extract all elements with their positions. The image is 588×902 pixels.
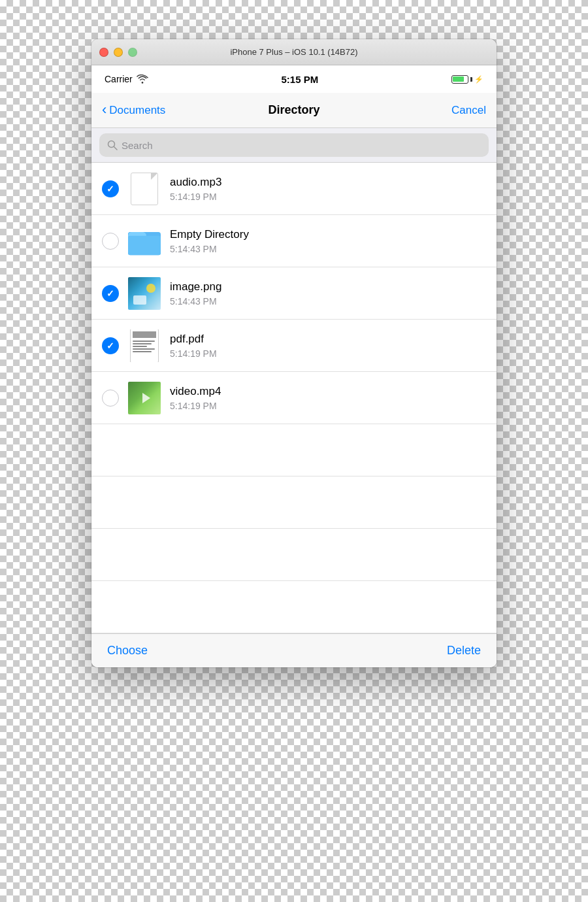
file-time: 5:14:19 PM xyxy=(170,192,486,202)
file-info-audio: audio.mp3 5:14:19 PM xyxy=(170,176,486,202)
file-info-image: image.png 5:14:43 PM xyxy=(170,280,486,307)
empty-row xyxy=(91,424,497,476)
list-item[interactable]: Empty Directory 5:14:43 PM xyxy=(91,215,497,267)
file-thumbnail-video xyxy=(128,382,161,414)
checkmark-icon: ✓ xyxy=(106,184,114,193)
checkmark-icon: ✓ xyxy=(106,341,114,350)
file-info-video: video.mp4 5:14:19 PM xyxy=(170,385,486,411)
file-name: pdf.pdf xyxy=(170,333,486,346)
empty-row xyxy=(91,529,497,581)
checkbox-directory[interactable] xyxy=(102,233,119,250)
video-file-icon xyxy=(128,382,161,414)
nav-title: Directory xyxy=(268,103,319,117)
file-info-pdf: pdf.pdf 5:14:19 PM xyxy=(170,333,486,359)
empty-row xyxy=(91,476,497,529)
list-item[interactable]: ✓ image.png 5:14:43 PM xyxy=(91,267,497,320)
minimize-button[interactable] xyxy=(114,48,123,57)
checkbox-video[interactable] xyxy=(102,390,119,407)
ios-device: Carrier 5:15 PM ⚡ xyxy=(91,65,497,667)
status-right: ⚡ xyxy=(451,75,483,84)
list-item[interactable]: video.mp4 5:14:19 PM xyxy=(91,372,497,424)
file-thumbnail-image xyxy=(128,277,161,310)
status-left: Carrier xyxy=(105,74,148,84)
file-name: video.mp4 xyxy=(170,385,486,398)
bottom-bar: Choose Delete xyxy=(91,633,497,667)
checkbox-audio[interactable]: ✓ xyxy=(102,180,119,197)
image-file-icon xyxy=(128,277,161,310)
status-time: 5:15 PM xyxy=(282,74,319,85)
file-name: Empty Directory xyxy=(170,228,486,241)
file-thumbnail-audio xyxy=(128,173,161,205)
titlebar-buttons xyxy=(99,48,137,57)
battery-tip xyxy=(470,77,472,82)
file-thumbnail-pdf xyxy=(128,329,161,362)
file-time: 5:14:43 PM xyxy=(170,296,486,307)
titlebar: iPhone 7 Plus – iOS 10.1 (14B72) xyxy=(91,39,497,65)
delete-button[interactable]: Delete xyxy=(447,644,481,658)
file-name: audio.mp3 xyxy=(170,176,486,189)
status-bar: Carrier 5:15 PM ⚡ xyxy=(91,65,497,93)
checkbox-pdf[interactable]: ✓ xyxy=(102,337,119,354)
battery-indicator: ⚡ xyxy=(451,75,483,84)
file-time: 5:14:43 PM xyxy=(170,244,486,254)
svg-line-1 xyxy=(114,147,118,150)
carrier-label: Carrier xyxy=(105,74,133,84)
battery-fill xyxy=(453,76,464,82)
maximize-button[interactable] xyxy=(128,48,137,57)
close-button[interactable] xyxy=(99,48,108,57)
file-thumbnail-folder xyxy=(128,225,161,258)
search-container: Search xyxy=(91,128,497,163)
file-time: 5:14:19 PM xyxy=(170,348,486,359)
file-time: 5:14:19 PM xyxy=(170,401,486,411)
titlebar-title: iPhone 7 Plus – iOS 10.1 (14B72) xyxy=(230,47,357,57)
wifi-icon xyxy=(137,75,148,84)
search-placeholder: Search xyxy=(122,140,153,151)
choose-button[interactable]: Choose xyxy=(107,644,148,658)
nav-bar: ‹ Documents Directory Cancel xyxy=(91,93,497,128)
checkmark-icon: ✓ xyxy=(106,289,114,298)
list-item[interactable]: ✓ audio.mp3 5:14:19 PM xyxy=(91,163,497,215)
audio-file-icon xyxy=(131,173,158,205)
file-list: ✓ audio.mp3 5:14:19 PM xyxy=(91,163,497,633)
back-button[interactable]: ‹ Documents xyxy=(102,104,165,117)
checkbox-image[interactable]: ✓ xyxy=(102,285,119,302)
battery-body xyxy=(451,75,468,84)
list-item[interactable]: ✓ pdf.pdf xyxy=(91,320,497,372)
cancel-button[interactable]: Cancel xyxy=(451,104,486,117)
empty-row xyxy=(91,581,497,633)
back-label: Documents xyxy=(109,104,165,117)
file-info-folder: Empty Directory 5:14:43 PM xyxy=(170,228,486,254)
pdf-file-icon xyxy=(130,329,159,362)
back-chevron-icon: ‹ xyxy=(102,103,106,117)
folder-icon xyxy=(128,226,161,256)
charging-icon: ⚡ xyxy=(474,75,483,84)
svg-rect-4 xyxy=(128,235,161,255)
simulator-window: iPhone 7 Plus – iOS 10.1 (14B72) Carrier… xyxy=(91,39,497,667)
file-name: image.png xyxy=(170,280,486,293)
search-icon xyxy=(107,140,118,150)
search-bar[interactable]: Search xyxy=(99,133,489,157)
